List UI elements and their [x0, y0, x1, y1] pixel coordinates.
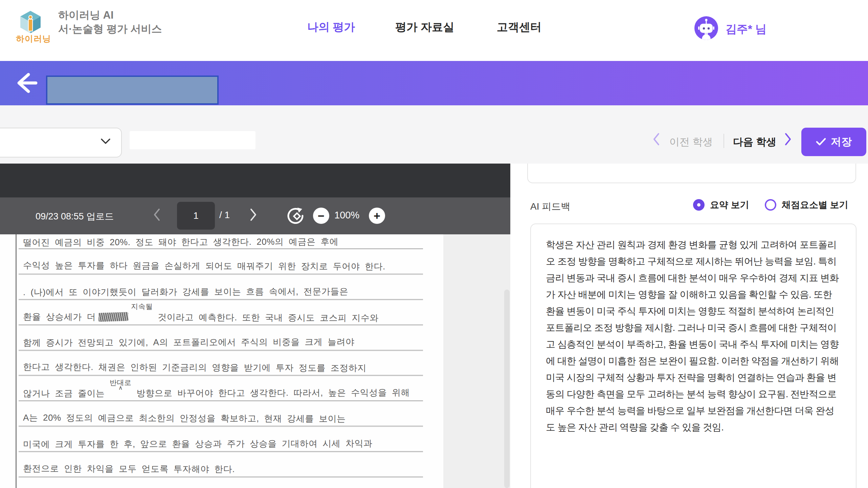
logo-wordmark: 하이러닝	[12, 33, 55, 44]
prev-student-button[interactable]: 이전 학생	[669, 135, 713, 149]
robot-avatar-icon	[694, 16, 718, 40]
student-nav-divider	[724, 134, 724, 148]
app-logo[interactable]: 하이러닝	[12, 8, 55, 45]
viewer-toolbar: 09/23 08:55 업로드 1 / 1 − 100% +	[0, 197, 510, 234]
handwritten-line: 않거나 조금 줄이는 반대로∧ 방향으로 바꾸어야 한다고 생각한다. 따라서,…	[23, 386, 434, 404]
user-name: 김주* 님	[726, 22, 766, 37]
handwritten-line: 수익성 높은 투자를 하다 원금을 손실하게 되어도 매꿔주기 위한 장치로 두…	[23, 259, 434, 278]
page-total: / 1	[219, 210, 230, 220]
prev-student-chevron-icon[interactable]	[652, 132, 663, 147]
next-student-chevron-icon[interactable]	[784, 132, 795, 147]
paper-margin-line	[16, 234, 17, 488]
viewer-top-strip	[0, 164, 510, 197]
handwritten-line: 환전으로 인한 차익을 모두 얻도록 투자해야 한다.	[23, 463, 434, 481]
logo-hexagon-icon	[20, 11, 41, 33]
handwritten-line: 미국에 크게 투자를 한 후, 앞으로 환율 상승과 주가 상승을 기대하여 시…	[23, 437, 434, 455]
ai-feedback-card: 학생은 자산 관리 원칙과 경제 환경 변화를 균형 있게 고려하여 포트폴리오…	[530, 224, 856, 488]
radio-unselected-icon	[765, 199, 776, 211]
radio-by-criteria-view[interactable]: 채점요소별 보기	[765, 199, 848, 211]
app-header: 하이러닝 하이러닝 AI 서·논술형 평가 서비스 나의 평가 평가 자료실 고…	[0, 0, 868, 61]
feedback-section-title: AI 피드백	[530, 200, 570, 213]
zoom-out-button[interactable]: −	[313, 208, 329, 224]
redacted-assignment-title	[46, 76, 219, 105]
class-select-dropdown[interactable]	[0, 128, 122, 157]
scribbled-out-word	[98, 312, 129, 322]
score-card-partial	[527, 164, 856, 183]
chevron-down-icon	[101, 139, 110, 145]
correction-note: 지속될	[131, 303, 153, 310]
app-root: 하이러닝 하이러닝 AI 서·논술형 평가 서비스 나의 평가 평가 자료실 고…	[0, 0, 868, 488]
page-number-input[interactable]: 1	[177, 202, 215, 230]
handwritten-line: . (나)에서 또 이야기했듯이 달러화가 강세를 보이는 흐름 속에서, 전문…	[23, 285, 434, 303]
service-title: 하이러닝 AI 서·논술형 평가 서비스	[58, 8, 162, 36]
zoom-level: 100%	[334, 210, 359, 221]
radio-summary-label: 요약 보기	[710, 199, 749, 211]
title-banner	[0, 61, 868, 105]
next-page-chevron-icon[interactable]	[250, 208, 257, 223]
nav-item-my-evaluations[interactable]: 나의 평가	[307, 20, 355, 35]
ai-feedback-text: 학생은 자산 관리 원칙과 경제 환경 변화를 균형 있게 고려하여 포트폴리오…	[546, 236, 843, 436]
viewer-scrollbar-thumb[interactable]	[504, 290, 510, 488]
caret-mark: ∧	[118, 386, 123, 390]
handwritten-line: A는 20% 정도의 예금으로 최소한의 안정성을 확보하고, 현재 강세를 보…	[23, 412, 434, 430]
save-button[interactable]: 저장	[801, 128, 866, 156]
rotate-icon[interactable]	[286, 206, 305, 225]
save-button-label: 저장	[831, 135, 852, 149]
insertion-note: 반대로∧	[110, 379, 132, 390]
check-icon	[816, 138, 826, 146]
service-title-line2: 서·논술형 평가 서비스	[58, 22, 162, 36]
radio-by-criteria-label: 채점요소별 보기	[782, 199, 848, 211]
viewer-gutter	[443, 234, 510, 488]
redacted-student-name	[130, 131, 255, 149]
next-student-button[interactable]: 다음 학생	[733, 135, 776, 149]
handwritten-line: 떨어진 예금의 비중 20%. 정도 돼야 한다고 생각한다. 20%의 예금은…	[23, 235, 434, 253]
prev-page-chevron-icon[interactable]	[153, 208, 160, 223]
handwritten-line: 한다고 생각한다. 채권은 인하된 기준금리의 영향을 받기에 투자 정도를 조…	[23, 361, 434, 379]
student-answer-sheet: 떨어진 예금의 비중 20%. 정도 돼야 한다고 생각한다. 20%의 예금은…	[0, 234, 443, 488]
student-toolbar: 이전 학생 다음 학생 저장	[0, 105, 868, 164]
back-arrow-icon[interactable]	[14, 70, 41, 96]
handwritten-line: 환율 상승세가 더지속될 것이라고 예측한다. 또한 국내 증시도 코스피 지수…	[23, 311, 434, 329]
zoom-in-button[interactable]: +	[369, 208, 385, 224]
handwritten-line: 함께 증시가 전망되고 있기에, A의 포트폴리오에서 주식의 비중을 크게 늘…	[23, 336, 434, 354]
nav-item-evaluation-library[interactable]: 평가 자료실	[395, 20, 454, 35]
radio-summary-view[interactable]: 요약 보기	[693, 199, 749, 211]
nav-item-customer-center[interactable]: 고객센터	[497, 20, 541, 35]
radio-selected-icon	[693, 199, 705, 211]
feedback-panel: AI 피드백 요약 보기 채점요소별 보기 학생은 자산 관리 원칙과 경제 환…	[510, 164, 868, 488]
upload-timestamp: 09/23 08:55 업로드	[36, 210, 114, 222]
service-title-line1: 하이러닝 AI	[58, 8, 162, 22]
